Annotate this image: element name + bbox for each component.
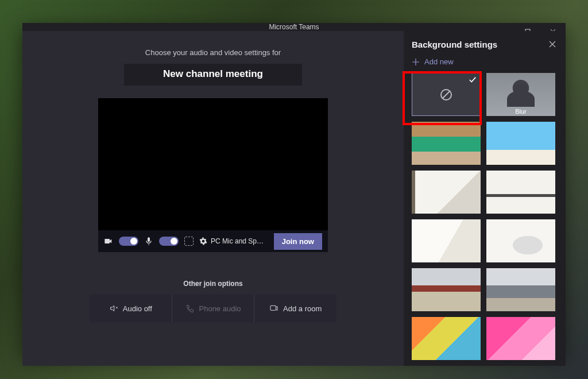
plus-icon [412, 58, 420, 66]
room-icon [269, 304, 278, 313]
meeting-title: New channel meeting [124, 64, 302, 86]
close-icon [549, 41, 556, 48]
audio-off-label: Audio off [123, 304, 152, 313]
bg-option-image-9[interactable] [412, 317, 481, 360]
bg-option-image-5[interactable] [412, 219, 481, 262]
device-settings-menu[interactable]: PC Mic and Sp… [199, 237, 268, 245]
background-grid: Blur [412, 73, 558, 360]
add-new-label: Add new [424, 57, 454, 66]
background-settings-panel: Background settings Add new [404, 31, 566, 366]
other-options-label: Other join options [183, 280, 242, 288]
content-area: Choose your audio and video settings for… [22, 31, 566, 366]
phone-icon [185, 304, 195, 313]
blur-label: Blur [486, 108, 555, 115]
video-preview [98, 98, 328, 230]
close-panel-button[interactable] [547, 39, 558, 49]
mic-icon [144, 237, 153, 246]
app-window: Microsoft Teams Choose your audio and vi… [22, 23, 566, 356]
other-options-row: Audio off Phone audio Add a room [90, 295, 336, 322]
audio-off-option[interactable]: Audio off [90, 295, 172, 322]
checkmark-icon [469, 76, 477, 84]
add-new-background[interactable]: Add new [412, 57, 558, 66]
mic-toggle[interactable] [159, 237, 179, 246]
bg-option-image-6[interactable] [486, 219, 555, 262]
phone-audio-label: Phone audio [199, 304, 241, 313]
bg-option-blur[interactable]: Blur [486, 73, 555, 116]
bg-option-image-3[interactable] [412, 171, 481, 214]
device-controls-bar: PC Mic and Sp… Join now [98, 230, 328, 252]
prejoin-panel: Choose your audio and video settings for… [22, 31, 404, 366]
bg-option-image-1[interactable] [412, 122, 481, 165]
window-title: Microsoft Teams [269, 23, 319, 31]
background-effects-icon[interactable] [184, 237, 194, 246]
add-room-label: Add a room [283, 304, 322, 313]
avatar-shoulder [507, 91, 535, 107]
bg-option-none[interactable] [412, 73, 481, 116]
join-now-button[interactable]: Join now [274, 233, 322, 250]
bg-option-image-8[interactable] [486, 268, 555, 311]
bg-panel-title: Background settings [412, 40, 497, 49]
gear-icon [199, 237, 207, 245]
svg-rect-1 [270, 305, 276, 310]
bg-panel-header: Background settings [412, 39, 558, 49]
background-grid-scroll[interactable]: Blur [412, 73, 558, 360]
bg-option-image-4[interactable] [486, 171, 555, 214]
bg-option-image-2[interactable] [486, 122, 555, 165]
prejoin-prompt: Choose your audio and video settings for [145, 48, 281, 57]
camera-icon [104, 237, 113, 246]
phone-audio-option: Phone audio [172, 295, 255, 322]
speaker-off-icon [109, 304, 118, 313]
add-room-option[interactable]: Add a room [254, 295, 336, 322]
titlebar: Microsoft Teams [22, 23, 566, 31]
none-icon [439, 88, 453, 102]
device-label: PC Mic and Sp… [211, 237, 264, 245]
camera-toggle[interactable] [119, 237, 138, 246]
bg-option-image-7[interactable] [412, 268, 481, 311]
bg-option-image-10[interactable] [486, 317, 555, 360]
